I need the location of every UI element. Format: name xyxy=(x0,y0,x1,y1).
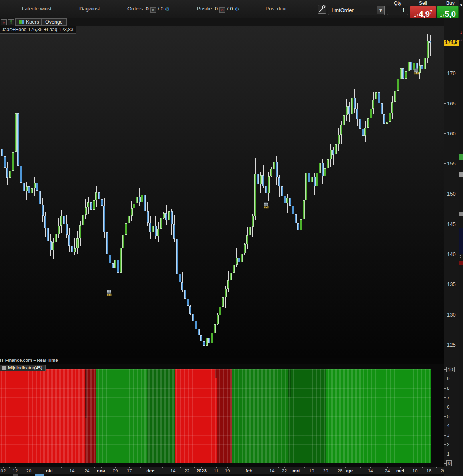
candle-up xyxy=(85,207,87,215)
date-tick-minor xyxy=(209,467,209,468)
date-tick-minor xyxy=(239,467,239,468)
candle-down xyxy=(171,211,173,224)
indicator-panel[interactable]: MijnIndicator(45) xyxy=(0,364,444,467)
chevron-down-icon[interactable]: ▼ xyxy=(377,6,384,14)
orders-settings-gear-icon[interactable]: ⚙ xyxy=(165,6,170,12)
candle-up xyxy=(311,177,313,182)
candle-down xyxy=(149,223,151,232)
date-tick xyxy=(151,467,151,468)
order-marker-icon[interactable] xyxy=(263,202,269,209)
candle-up xyxy=(227,280,229,289)
close-position-icon[interactable]: ✕ xyxy=(219,7,225,13)
indicator-swatch-icon xyxy=(2,366,6,370)
candle-up xyxy=(244,244,246,254)
heatmap-band xyxy=(288,369,326,463)
scrollbar-segment[interactable] xyxy=(13,474,18,476)
candle-down xyxy=(381,103,383,114)
candle-down xyxy=(354,98,356,109)
date-tick-minor xyxy=(278,467,279,468)
date-axis[interactable]: 021220okt.1424nov.0917dec.142220231119fe… xyxy=(0,467,444,474)
candle-down xyxy=(292,206,294,214)
candle-up xyxy=(408,62,410,71)
price-tick xyxy=(444,194,446,194)
date-tick xyxy=(387,467,388,468)
date-tick xyxy=(284,467,285,468)
expand-chevron-icon[interactable]: > xyxy=(459,2,462,8)
date-tick-minor xyxy=(162,467,163,468)
candle-down xyxy=(362,129,364,136)
candle-up xyxy=(268,176,270,193)
indicator-tick xyxy=(444,454,446,454)
position-duration-stat: Pos. duur :– xyxy=(266,6,294,12)
date-label: 19 xyxy=(225,468,230,473)
date-label: 02 xyxy=(1,468,6,473)
date-tick xyxy=(227,467,228,468)
date-label: dec. xyxy=(146,468,155,473)
date-tick-minor xyxy=(408,467,408,468)
qty-label: Qty xyxy=(394,0,401,6)
candle-down xyxy=(63,216,65,224)
date-tick xyxy=(173,467,173,468)
indicator-heatmap[interactable] xyxy=(0,369,431,463)
red-down-arrow-icon[interactable]: ↓ xyxy=(1,19,7,25)
price-tick xyxy=(444,254,446,254)
scrollbar-segment[interactable] xyxy=(35,474,44,476)
order-type-select[interactable]: LmtOrder ▼ xyxy=(328,6,385,15)
top-toolbar: Latente winst:– Dagwinst:– Orders:0✕/0⚙ … xyxy=(0,0,463,18)
candle-up xyxy=(15,113,17,152)
date-label: 22 xyxy=(185,468,190,473)
price-tick-label: 155 xyxy=(447,161,456,167)
candle-down xyxy=(176,239,178,274)
buy-button[interactable]: 175,0 xyxy=(437,6,459,18)
sell-label: Sell xyxy=(419,0,427,6)
order-tools-button[interactable] xyxy=(318,5,326,14)
candle-up xyxy=(273,162,275,169)
horizontal-scrollbar[interactable] xyxy=(0,474,444,476)
candle-down xyxy=(410,62,412,70)
candle-up xyxy=(157,229,159,237)
candle-down xyxy=(378,92,380,103)
candlestick-chart[interactable]: Jaar:+Hoog 176,35 +Laag 123,83 xyxy=(0,26,444,358)
candle-up xyxy=(95,192,97,200)
price-axis[interactable]: 170165160155150145140135130125174,910987… xyxy=(444,18,459,476)
candle-up xyxy=(249,227,251,235)
order-marker-icon[interactable] xyxy=(413,68,419,75)
candle-up xyxy=(76,238,79,249)
order-marker-icon[interactable] xyxy=(106,290,112,296)
candle-up xyxy=(128,216,130,224)
candle-up xyxy=(125,223,127,235)
candle-down xyxy=(179,274,181,282)
candle-up xyxy=(55,234,57,242)
indicator-tick xyxy=(444,379,446,379)
candle-up xyxy=(120,248,122,273)
candle-up xyxy=(152,226,154,232)
date-tick xyxy=(350,467,350,468)
candle-up xyxy=(394,91,396,102)
tab-overige[interactable]: Overige xyxy=(41,18,67,26)
candle-up xyxy=(270,169,272,176)
quantity-input[interactable]: 1 xyxy=(387,6,408,15)
date-tick-minor xyxy=(61,467,62,468)
date-label: mrt. xyxy=(292,468,301,473)
candle-up xyxy=(316,173,318,186)
green-up-arrow-icon[interactable]: ↑ xyxy=(8,19,14,25)
sliver-grey-block-1 xyxy=(459,172,463,177)
cancel-orders-icon[interactable]: ✕ xyxy=(150,7,156,13)
candle-down xyxy=(308,173,310,182)
price-tick-label: 135 xyxy=(447,281,456,287)
price-tick-label: 165 xyxy=(447,100,456,106)
tab-koers[interactable]: Koers xyxy=(15,18,43,26)
date-label: mei xyxy=(396,468,404,473)
date-tick xyxy=(272,467,272,468)
candle-down xyxy=(36,183,38,191)
heatmap-band xyxy=(147,369,175,463)
candle-down xyxy=(139,197,141,202)
candle-up xyxy=(241,254,243,263)
sell-button[interactable]: 174,97 xyxy=(410,6,436,18)
candle-down xyxy=(66,224,68,235)
position-settings-gear-icon[interactable]: ⚙ xyxy=(234,6,239,12)
date-tick xyxy=(370,467,371,468)
date-tick-minor xyxy=(379,467,379,468)
candle-down xyxy=(155,226,157,236)
candle-up xyxy=(260,175,262,184)
